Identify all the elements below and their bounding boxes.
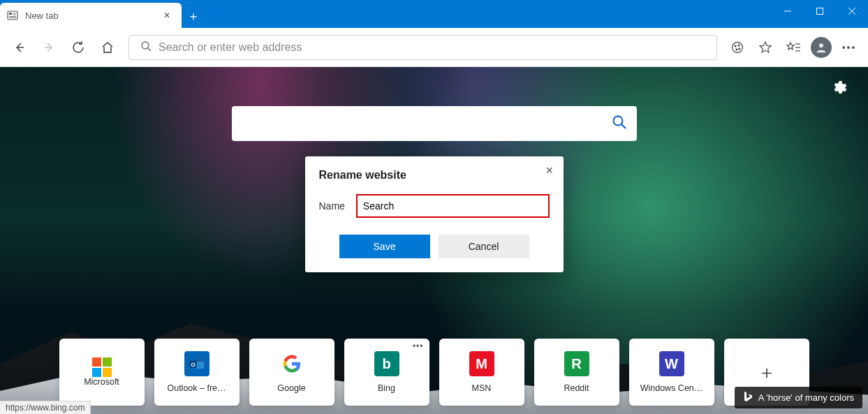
ellipsis-icon: ••• <box>842 42 857 53</box>
svg-rect-1 <box>9 13 12 15</box>
home-button[interactable] <box>94 34 122 61</box>
svg-line-13 <box>148 48 151 51</box>
search-icon <box>140 40 152 54</box>
svg-line-26 <box>621 124 626 128</box>
browser-tab[interactable]: New tab ✕ <box>0 3 182 28</box>
website-name-input[interactable] <box>356 194 550 218</box>
tile-label: Microsoft <box>84 377 119 387</box>
svg-marker-19 <box>760 42 771 52</box>
quick-link-tile[interactable]: Google <box>249 339 334 406</box>
tab-close-icon[interactable]: ✕ <box>159 10 175 20</box>
svg-marker-20 <box>787 43 794 50</box>
outlook-icon: O <box>184 351 209 376</box>
rename-website-dialog: ✕ Rename website Name Save Cancel <box>305 156 564 272</box>
quick-links-row: MicrosoftOOutlook – fre…Google•••bBingMM… <box>59 339 809 406</box>
tab-strip: New tab ✕ ＋ <box>0 0 205 28</box>
more-menu-button[interactable]: ••• <box>836 34 862 61</box>
minimize-button[interactable] <box>772 0 804 22</box>
plus-icon: ＋ <box>758 360 776 385</box>
maximize-button[interactable] <box>804 0 836 22</box>
quick-link-tile[interactable]: Microsoft <box>59 339 145 406</box>
newtab-favicon <box>7 10 18 21</box>
close-window-button[interactable] <box>836 0 868 22</box>
tile-more-icon[interactable]: ••• <box>413 341 424 351</box>
quick-link-tile[interactable]: •••bBing <box>344 339 429 406</box>
bing-icon <box>743 391 753 404</box>
dialog-title: Rename website <box>319 169 550 182</box>
bing-icon: b <box>374 351 399 376</box>
profile-avatar[interactable] <box>811 37 832 58</box>
name-label: Name <box>319 200 345 212</box>
save-button[interactable]: Save <box>339 235 430 258</box>
favorites-list-icon[interactable] <box>780 34 807 61</box>
dialog-close-icon[interactable]: ✕ <box>545 165 554 176</box>
tab-label: New tab <box>25 10 159 21</box>
svg-rect-4 <box>9 16 16 17</box>
svg-point-25 <box>613 117 622 126</box>
svg-rect-5 <box>9 17 16 18</box>
new-tab-content: ✕ Rename website Name Save Cancel Micros… <box>0 67 868 414</box>
tile-label: Windows Cen… <box>640 383 703 393</box>
tile-label: Google <box>277 383 305 393</box>
quick-link-tile[interactable]: WWindows Cen… <box>629 339 714 406</box>
back-button[interactable] <box>6 34 34 61</box>
ntp-search-box[interactable] <box>232 106 637 141</box>
svg-point-16 <box>738 45 740 46</box>
background-caption[interactable]: A 'horse' of many colors <box>735 387 862 408</box>
svg-rect-2 <box>13 13 16 14</box>
reddit-icon: R <box>564 351 589 376</box>
microsoft-icon <box>92 357 112 377</box>
cancel-button[interactable]: Cancel <box>439 235 529 258</box>
svg-rect-3 <box>13 15 16 15</box>
window-controls <box>772 0 868 22</box>
favorite-star-icon[interactable] <box>752 34 779 61</box>
tile-label: Outlook – fre… <box>167 383 226 393</box>
refresh-button[interactable] <box>64 34 92 61</box>
tile-label: Reddit <box>564 383 589 393</box>
address-bar[interactable] <box>128 35 717 60</box>
browser-toolbar: ••• <box>0 28 868 67</box>
tile-label: Bing <box>378 383 395 393</box>
cookie-icon[interactable] <box>724 34 751 61</box>
svg-point-24 <box>819 43 823 47</box>
svg-point-18 <box>739 48 740 50</box>
quick-link-tile[interactable]: OOutlook – fre… <box>154 339 240 406</box>
status-bar: https://www.bing.com <box>0 401 91 414</box>
msn-icon: M <box>469 351 494 376</box>
windows-central-icon: W <box>659 351 684 376</box>
svg-rect-7 <box>817 8 823 15</box>
svg-rect-0 <box>8 11 17 20</box>
quick-link-tile[interactable]: MMSN <box>439 339 524 406</box>
search-icon <box>612 114 627 133</box>
page-settings-button[interactable] <box>830 80 847 99</box>
forward-button[interactable] <box>35 34 63 61</box>
svg-point-15 <box>735 45 736 47</box>
title-bar: New tab ✕ ＋ <box>0 0 868 28</box>
caption-text: A 'horse' of many colors <box>758 392 854 403</box>
tile-label: MSN <box>472 383 492 393</box>
address-input[interactable] <box>159 41 712 54</box>
svg-point-14 <box>733 42 743 52</box>
svg-text:O: O <box>191 362 195 368</box>
svg-point-17 <box>736 49 737 50</box>
svg-point-12 <box>142 42 149 49</box>
google-icon <box>279 351 304 376</box>
quick-link-tile[interactable]: RReddit <box>534 339 619 406</box>
new-tab-button[interactable]: ＋ <box>182 4 205 28</box>
